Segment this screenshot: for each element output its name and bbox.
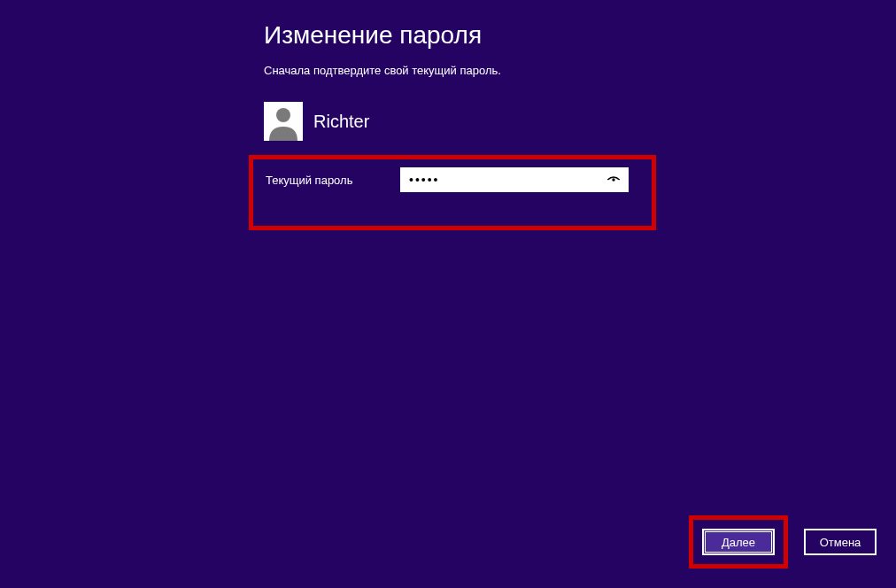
cancel-button[interactable]: Отмена bbox=[804, 529, 877, 555]
button-bar: Далее Отмена bbox=[689, 515, 877, 569]
highlight-annotation-next: Далее bbox=[689, 515, 788, 569]
user-section: Richter bbox=[264, 102, 896, 141]
password-row: Текущий пароль bbox=[266, 167, 896, 192]
username-label: Richter bbox=[313, 112, 369, 132]
current-password-input[interactable] bbox=[400, 167, 629, 192]
current-password-label: Текущий пароль bbox=[266, 174, 379, 187]
next-button[interactable]: Далее bbox=[702, 529, 775, 555]
page-title: Изменение пароля bbox=[264, 21, 896, 50]
instruction-text: Сначала подтвердите свой текущий пароль. bbox=[264, 64, 896, 77]
svg-point-2 bbox=[612, 178, 614, 181]
user-avatar bbox=[264, 102, 303, 141]
reveal-password-button[interactable] bbox=[606, 172, 622, 188]
eye-icon bbox=[606, 173, 621, 187]
password-input-container bbox=[400, 167, 629, 192]
avatar-icon bbox=[264, 102, 303, 141]
svg-point-1 bbox=[276, 108, 290, 122]
